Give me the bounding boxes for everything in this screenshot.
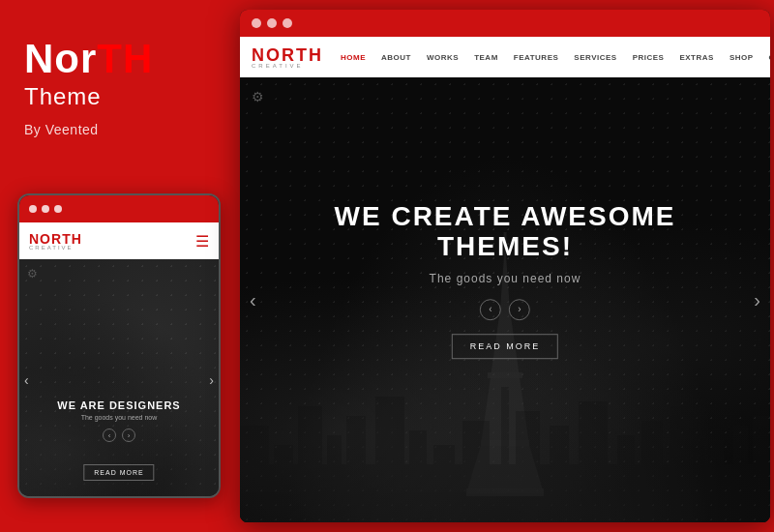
desktop-hero: ⚙ ‹ › WE CREATE AWESOME THEMES! The good… (240, 77, 770, 522)
desktop-slide-subtitle: The goods you need now (293, 272, 717, 285)
svg-rect-14 (462, 421, 490, 522)
city-skyline (240, 348, 770, 522)
menu-item-services[interactable]: SERVICES (566, 53, 624, 62)
svg-rect-11 (375, 397, 404, 522)
menu-item-about[interactable]: ABOUT (373, 53, 419, 62)
mobile-hero: ⚙ ‹ › WE ARE DESIGNERS The goods you nee… (19, 259, 219, 498)
brand-subtitle: Theme (24, 83, 102, 110)
mobile-slide-content: WE ARE DESIGNERS The goods you need now … (19, 399, 219, 442)
menu-item-team[interactable]: TEAM (466, 53, 506, 62)
menu-item-contact[interactable]: CONTACT (761, 53, 770, 62)
mobile-prev-arrow[interactable]: ‹ (24, 372, 29, 388)
svg-rect-23 (733, 426, 748, 522)
svg-rect-18 (579, 401, 608, 522)
svg-rect-6 (240, 426, 269, 522)
svg-rect-10 (346, 416, 366, 522)
desktop-slide-title: WE CREATE AWESOME THEMES! (293, 202, 717, 262)
mobile-cloud-bg (19, 259, 219, 498)
desktop-next-btn[interactable]: › (509, 299, 530, 320)
desktop-read-more-btn[interactable]: READ MORE (452, 334, 559, 359)
mobile-read-more-btn[interactable]: READ MORE (83, 464, 154, 481)
mobile-dot-3 (54, 205, 62, 213)
desktop-mockup: NORTH CREATIVE HOME ABOUT WORKS TEAM FEA… (240, 10, 770, 522)
mobile-slide-title: WE ARE DESIGNERS (19, 399, 219, 411)
mobile-dot-1 (29, 205, 37, 213)
mobile-slide-subtitle: The goods you need now (19, 414, 219, 421)
menu-item-shop[interactable]: SHOP (722, 53, 761, 62)
menu-item-features[interactable]: FEATURES (506, 53, 567, 62)
desktop-nav-bar: NORTH CREATIVE HOME ABOUT WORKS TEAM FEA… (240, 37, 770, 77)
desktop-logo: NORTH CREATIVE (252, 45, 333, 69)
desktop-next-arrow[interactable]: › (754, 289, 760, 311)
svg-rect-16 (516, 411, 540, 522)
mobile-next-arrow[interactable]: › (209, 372, 214, 388)
mobile-nav-bar: NORTH CREATIVE ☰ (19, 222, 219, 259)
svg-rect-9 (327, 435, 342, 522)
svg-rect-22 (704, 440, 724, 522)
svg-rect-21 (670, 406, 698, 522)
desktop-top-bar (240, 10, 770, 37)
mobile-top-bar (19, 195, 219, 222)
desktop-menu: HOME ABOUT WORKS TEAM FEATURES SERVICES … (333, 50, 770, 64)
svg-rect-12 (409, 430, 427, 522)
svg-rect-20 (641, 421, 663, 522)
desktop-dot-1 (252, 18, 261, 28)
menu-item-extras[interactable]: EXTRAS (671, 53, 721, 62)
menu-item-works[interactable]: WORKS (419, 53, 466, 62)
desktop-gear-icon: ⚙ (252, 89, 264, 104)
svg-rect-19 (617, 435, 635, 522)
svg-rect-15 (501, 387, 509, 522)
svg-rect-24 (753, 416, 770, 522)
brand-by: By Veented (24, 122, 99, 137)
left-panel: NorTH Theme By Veented NORTH CREATIVE ☰ … (0, 0, 237, 532)
menu-item-home[interactable]: HOME (333, 53, 373, 62)
gear-icon: ⚙ (27, 267, 38, 281)
mobile-prev-btn[interactable]: ‹ (103, 429, 116, 442)
desktop-dot-2 (267, 18, 277, 28)
desktop-prev-btn[interactable]: ‹ (480, 299, 501, 320)
desktop-dot-3 (283, 18, 292, 28)
desktop-nav-controls: ‹ › (293, 299, 717, 320)
hamburger-icon[interactable]: ☰ (195, 232, 209, 251)
brand-title: NorTH (24, 39, 153, 79)
menu-item-prices[interactable]: PRICES (625, 53, 672, 62)
mobile-next-btn[interactable]: › (122, 429, 135, 442)
mobile-mockup: NORTH CREATIVE ☰ ⚙ ‹ › WE ARE DESIGNERS … (17, 193, 221, 498)
mobile-nav-dots: ‹ › (19, 429, 219, 442)
svg-rect-8 (298, 406, 322, 522)
svg-rect-7 (274, 445, 293, 522)
svg-rect-13 (433, 445, 455, 522)
mobile-logo: NORTH CREATIVE (29, 231, 82, 251)
mobile-dot-2 (42, 205, 49, 213)
desktop-slide-content: WE CREATE AWESOME THEMES! The goods you … (293, 202, 717, 359)
desktop-prev-arrow[interactable]: ‹ (250, 289, 256, 311)
svg-rect-17 (550, 426, 569, 522)
